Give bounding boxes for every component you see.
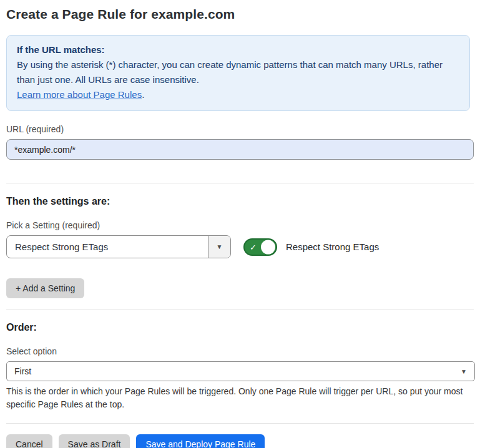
info-box-heading: If the URL matches: xyxy=(17,42,459,57)
order-heading: Order: xyxy=(6,322,474,333)
check-icon: ✓ xyxy=(250,243,257,251)
toggle-knob xyxy=(261,240,275,254)
order-select[interactable]: First ▼ xyxy=(6,361,475,381)
order-help-text: This is the order in which your Page Rul… xyxy=(6,385,475,411)
settings-heading: Then the settings are: xyxy=(6,196,474,207)
url-match-info-box: If the URL matches: By using the asteris… xyxy=(6,35,470,111)
chevron-down-icon: ▼ xyxy=(208,236,230,258)
divider xyxy=(6,423,474,424)
pick-setting-label: Pick a Setting (required) xyxy=(6,220,474,230)
add-setting-button[interactable]: + Add a Setting xyxy=(6,278,84,298)
form-actions: Cancel Save as Draft Save and Deploy Pag… xyxy=(6,434,474,448)
setting-select-value: Respect Strong ETags xyxy=(7,236,208,258)
save-deploy-button[interactable]: Save and Deploy Page Rule xyxy=(136,434,265,448)
page-title: Create a Page Rule for example.com xyxy=(6,7,474,22)
learn-more-link[interactable]: Learn more about Page Rules xyxy=(17,89,142,100)
select-option-label: Select option xyxy=(6,346,474,356)
order-select-value: First xyxy=(14,366,461,376)
save-draft-button[interactable]: Save as Draft xyxy=(59,434,130,448)
link-period: . xyxy=(142,89,144,100)
cancel-button[interactable]: Cancel xyxy=(6,434,52,448)
info-box-link-line: Learn more about Page Rules. xyxy=(17,87,459,102)
url-input[interactable] xyxy=(6,139,474,160)
setting-select[interactable]: Respect Strong ETags ▼ xyxy=(6,235,231,258)
create-page-rule-form: Create a Page Rule for example.com If th… xyxy=(0,0,480,448)
setting-row: Respect Strong ETags ▼ ✓ Respect Strong … xyxy=(6,235,474,258)
toggle-label: Respect Strong ETags xyxy=(286,241,379,252)
info-box-body: By using the asterisk (*) character, you… xyxy=(17,57,459,87)
chevron-down-icon: ▼ xyxy=(461,368,467,375)
divider xyxy=(6,183,474,183)
url-label: URL (required) xyxy=(6,124,474,134)
setting-toggle[interactable]: ✓ xyxy=(243,238,277,256)
divider xyxy=(6,309,474,309)
setting-toggle-wrap: ✓ Respect Strong ETags xyxy=(243,238,379,256)
